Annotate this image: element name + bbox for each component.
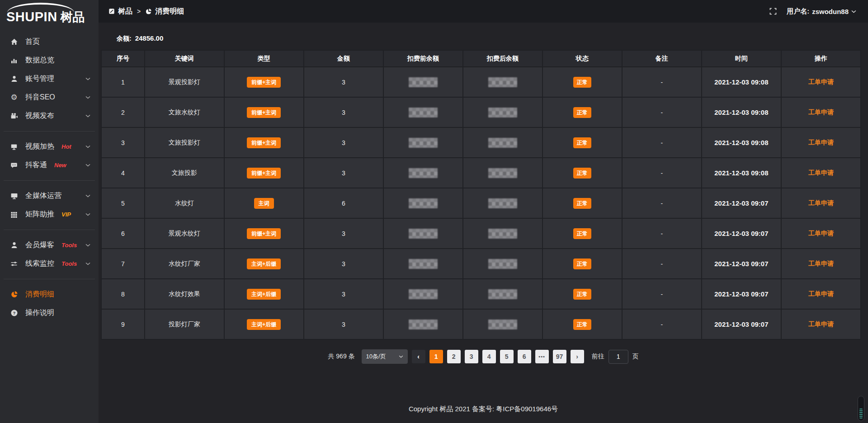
prev-page-button[interactable]: ‹: [412, 350, 425, 363]
work-order-link[interactable]: 工单申请: [808, 320, 834, 328]
redacted-value: [409, 289, 438, 299]
sidebar: SHUPIN 树品 首页 数据总览 账号管理: [0, 0, 99, 423]
cell-time: 2021-12-03 09:07: [702, 309, 781, 339]
sidebar-item-douketong[interactable]: 抖客通 New: [0, 156, 99, 174]
balance-row: 余额:24856.00: [117, 34, 868, 43]
page-ellipsis-button[interactable]: •••: [535, 350, 549, 363]
cell-amount: 3: [304, 309, 383, 339]
cell-index: 8: [101, 279, 145, 309]
topbar-right: 用户名: zswodun88: [769, 7, 856, 16]
work-order-link[interactable]: 工单申请: [808, 230, 834, 237]
cell-action: 工单申请: [781, 158, 861, 188]
table-row: 6 景观水纹灯 前缀+主词 3 正常 - 2021-12-03 09:07 工单…: [101, 218, 861, 249]
cell-keyword: 文旅投影: [145, 158, 224, 188]
work-order-link[interactable]: 工单申请: [808, 78, 834, 85]
sidebar-item-home[interactable]: 首页: [0, 33, 99, 51]
sidebar-item-lead-monitor[interactable]: 线索监控 Tools: [0, 254, 99, 273]
cell-status: 正常: [542, 249, 622, 279]
chevron-down-icon: [85, 244, 90, 247]
cell-balance-after: [463, 67, 542, 97]
chevron-down-icon: [85, 145, 90, 148]
next-page-button[interactable]: ›: [571, 350, 584, 363]
cell-status: 正常: [542, 67, 622, 97]
page-button[interactable]: 4: [482, 350, 496, 363]
work-order-link[interactable]: 工单申请: [808, 290, 834, 297]
cell-index: 3: [101, 127, 145, 158]
work-order-link[interactable]: 工单申请: [808, 260, 834, 267]
cell-type: 主词+后缀: [224, 309, 304, 339]
chevron-down-icon: [399, 355, 403, 358]
sidebar-item-account-management[interactable]: 账号管理: [0, 70, 99, 88]
sidebar-item-instructions[interactable]: ? 操作说明: [0, 304, 99, 322]
fullscreen-icon[interactable]: [769, 8, 777, 15]
cell-balance-before: [383, 67, 463, 97]
cell-index: 9: [101, 309, 145, 339]
redacted-value: [409, 320, 438, 329]
new-tag: New: [54, 162, 66, 169]
status-badge: 正常: [573, 319, 591, 330]
cell-type: 前缀+主词: [224, 218, 304, 249]
cell-type: 前缀+主词: [224, 127, 304, 158]
column-header: 金额: [304, 50, 383, 67]
column-header: 时间: [702, 50, 781, 67]
sidebar-item-consumption-detail[interactable]: 消费明细: [0, 285, 99, 304]
cell-index: 7: [101, 249, 145, 279]
redacted-value: [488, 259, 517, 269]
sidebar-item-matrix-boost[interactable]: 矩阵助推 VIP: [0, 205, 99, 224]
sidebar-item-douyin-seo[interactable]: ⚙ 抖音SEO: [0, 88, 99, 107]
cell-balance-before: [383, 309, 463, 339]
goto-page-input[interactable]: [609, 350, 628, 364]
breadcrumb-root[interactable]: 树品: [108, 7, 132, 16]
brand-logo[interactable]: SHUPIN 树品: [0, 0, 99, 26]
cell-type: 前缀+主词: [224, 97, 304, 127]
cell-type: 前缀+主词: [224, 158, 304, 188]
menu-divider: [4, 230, 95, 230]
page-button[interactable]: 1: [429, 350, 443, 363]
work-order-link[interactable]: 工单申请: [808, 199, 834, 207]
user-menu[interactable]: 用户名: zswodun88: [787, 7, 856, 16]
status-badge: 正常: [573, 77, 591, 88]
cell-remark: -: [622, 309, 702, 339]
cell-remark: -: [622, 218, 702, 249]
total-count: 共 969 条: [328, 352, 354, 361]
chevron-down-icon: [851, 10, 856, 13]
sidebar-item-label: 首页: [25, 37, 40, 47]
sidebar-item-video-heat[interactable]: 视频加热 Hot: [0, 137, 99, 156]
breadcrumb-current[interactable]: 消费明细: [145, 7, 184, 16]
chevron-down-icon: [85, 96, 90, 99]
cell-status: 正常: [542, 127, 622, 158]
page-size-select[interactable]: 10条/页: [362, 349, 408, 364]
cell-time: 2021-12-03 09:08: [702, 67, 781, 97]
type-badge: 前缀+主词: [247, 77, 281, 88]
page-button[interactable]: 6: [518, 350, 531, 363]
work-order-link[interactable]: 工单申请: [808, 139, 834, 146]
page-button[interactable]: 5: [500, 350, 514, 363]
cell-time: 2021-12-03 09:08: [702, 158, 781, 188]
table-row: 5 水纹灯 主词 6 正常 - 2021-12-03 09:07 工单申请: [101, 188, 861, 218]
status-badge: 正常: [573, 258, 591, 269]
cell-remark: -: [622, 279, 702, 309]
sidebar-item-member-burst[interactable]: 会员爆客 Tools: [0, 236, 99, 254]
scrollbar-widget[interactable]: [858, 396, 864, 421]
sidebar-item-all-media[interactable]: 全媒体运营: [0, 187, 99, 205]
cell-balance-after: [463, 127, 542, 158]
page-button[interactable]: 3: [465, 350, 478, 363]
cell-time: 2021-12-03 09:07: [702, 218, 781, 249]
work-order-link[interactable]: 工单申请: [808, 169, 834, 176]
page-buttons: 123456•••97: [429, 350, 566, 363]
cell-balance-after: [463, 218, 542, 249]
type-badge: 主词+后缀: [247, 319, 281, 330]
sidebar-item-video-publish[interactable]: 视频发布: [0, 107, 99, 125]
chevron-down-icon: [85, 77, 90, 80]
cell-keyword: 文旅投影灯: [145, 127, 224, 158]
cell-action: 工单申请: [781, 249, 861, 279]
sidebar-item-label: 视频发布: [25, 111, 54, 121]
redacted-value: [488, 77, 517, 87]
page-button[interactable]: 97: [553, 350, 566, 363]
cell-keyword: 水纹灯: [145, 188, 224, 218]
cell-keyword: 水纹灯效果: [145, 279, 224, 309]
cell-balance-before: [383, 218, 463, 249]
sidebar-item-data-overview[interactable]: 数据总览: [0, 51, 99, 70]
page-button[interactable]: 2: [447, 350, 461, 363]
work-order-link[interactable]: 工单申请: [808, 108, 834, 116]
